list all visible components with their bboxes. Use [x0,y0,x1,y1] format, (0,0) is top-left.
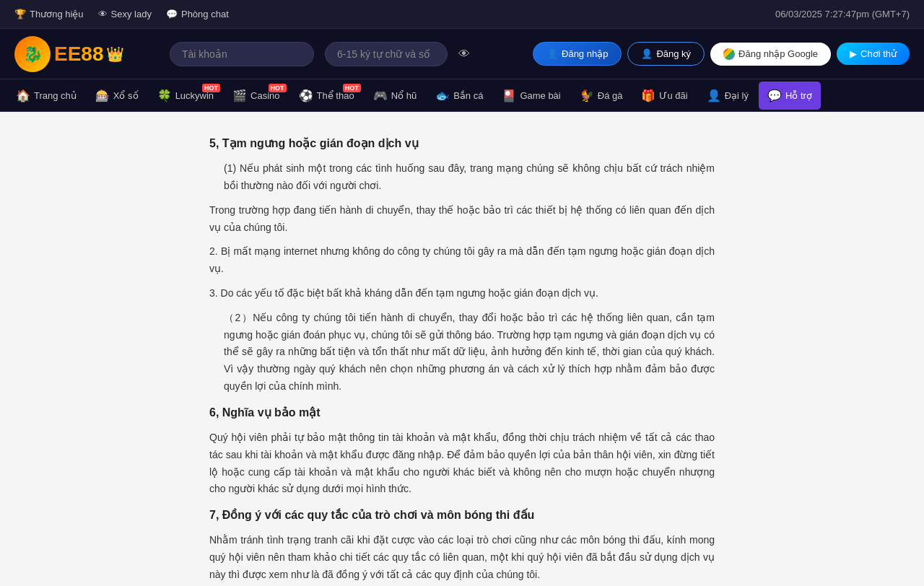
username-input[interactable] [170,42,314,66]
agent-icon: 👤 [707,89,721,102]
rooster-icon: 🐓 [580,89,594,102]
nav-no-hu[interactable]: 🎮 Nổ hũ [365,82,425,110]
section-5-para-1: Trong trường hợp đang tiến hành di chuyể… [209,202,715,237]
section-5-para-3: 3. Do các yếu tố đặc biệt bất khả kháng … [209,285,715,302]
auth-buttons: 👤 Đăng nhập 👤 Đăng ký Đăng nhập Google ▶… [533,42,910,66]
section-5: 5, Tạm ngưng hoặc gián đoạn dịch vụ (1) … [209,134,715,395]
register-button[interactable]: 👤 Đăng ký [627,42,705,66]
phong-chat-link[interactable]: 💬 Phòng chat [166,9,229,19]
casino-badge: HOT [269,84,287,92]
section-6-title: 6, Nghĩa vụ bảo mật [209,403,715,422]
nav-ban-ca[interactable]: 🐟 Bắn cá [427,82,492,110]
login-button[interactable]: 👤 Đăng nhập [533,42,622,66]
section-7-para-0: Nhằm tránh tình trạng tranh cãi khi đặt … [209,532,715,583]
logo-icon: 🐉 [14,36,51,72]
nav-uu-dai[interactable]: 🎁 Ưu đãi [632,82,696,110]
nav-the-thao[interactable]: ⚽ Thể thao HOT [290,82,363,110]
section-5-para-2: 2. Bị mất mạng internet nhưng không do c… [209,243,715,278]
section-5-title: 5, Tạm ngưng hoặc gián đoạn dịch vụ [209,134,715,153]
navbar: 🏠 Trang chủ 🎰 Xổ số 🍀 Luckywin HOT 🎬 Cas… [0,79,924,112]
trophy-icon: 🏆 [14,9,26,19]
nav-xo-so[interactable]: 🎰 Xổ số [87,82,147,110]
casino-icon: 🎬 [232,89,247,102]
luckywin-badge: HOT [202,84,220,92]
logo-area: 🐉 EE88 👑 [14,36,159,72]
play-demo-button[interactable]: ▶ Chơi thử [837,43,910,65]
home-icon: 🏠 [16,89,30,102]
google-icon [723,48,735,60]
nav-game-bai[interactable]: 🎴 Game bài [493,82,569,110]
sexy-lady-link[interactable]: 👁 Sexy lady [98,9,152,19]
fish-icon: 🐟 [435,89,450,102]
section-5-para-4: （2）Nếu công ty chúng tôi tiến hành di ch… [209,310,715,395]
sports-icon: ⚽ [299,89,313,102]
chat-icon: 💬 [166,9,178,19]
section-6: 6, Nghĩa vụ bảo mật Quý hội viên phải tự… [209,403,715,498]
top-bar-links: 🏆 Thương hiệu 👁 Sexy lady 💬 Phòng chat [14,9,229,19]
lottery-icon: 🎰 [95,89,110,102]
section-7-title: 7, Đồng ý với các quy tắc của trò chơi v… [209,505,715,525]
sports-badge: HOT [343,84,361,92]
header: 🐉 EE88 👑 👁 👤 Đăng nhập 👤 Đăng ký Đăng nh… [0,29,924,79]
top-bar: 🏆 Thương hiệu 👁 Sexy lady 💬 Phòng chat 0… [0,0,924,29]
nav-casino[interactable]: 🎬 Casino HOT [224,82,288,110]
slots-icon: 🎮 [373,89,388,102]
nav-dai-ly[interactable]: 👤 Đại lý [698,82,757,110]
thuong-hieu-link[interactable]: 🏆 Thương hiệu [14,9,84,19]
person-icon: 👤 [546,48,558,59]
section-7: 7, Đồng ý với các quy tắc của trò chơi v… [209,505,715,584]
gift-icon: 🎁 [641,89,655,102]
section-5-para-0: (1) Nếu phát sinh một trong các tình huố… [209,160,715,195]
eye-icon: 👁 [98,9,108,19]
datetime-display: 06/03/2025 7:27:47pm (GMT+7) [775,9,910,19]
nav-da-ga[interactable]: 🐓 Đá gà [571,82,632,110]
section-6-para-0: Quý hội viên phải tự bảo mật thông tin t… [209,429,715,498]
play-icon: ▶ [850,48,857,59]
google-login-button[interactable]: Đăng nhập Google [710,43,831,66]
content-area: 5, Tạm ngưng hoặc gián đoạn dịch vụ (1) … [0,112,924,586]
logo-text: EE88 [54,43,104,66]
nav-luckywin[interactable]: 🍀 Luckywin HOT [149,82,222,110]
support-icon: 💬 [767,89,782,102]
nav-ho-tro[interactable]: 💬 Hỗ trợ [759,82,821,110]
toggle-password-button[interactable]: 👁 [458,48,470,61]
register-icon: 👤 [641,48,653,59]
crown-icon: 👑 [106,45,124,63]
nav-trang-chu[interactable]: 🏠 Trang chủ [7,82,85,110]
cards-icon: 🎴 [502,89,516,102]
lucky-icon: 🍀 [157,89,172,102]
password-input[interactable] [325,42,448,66]
